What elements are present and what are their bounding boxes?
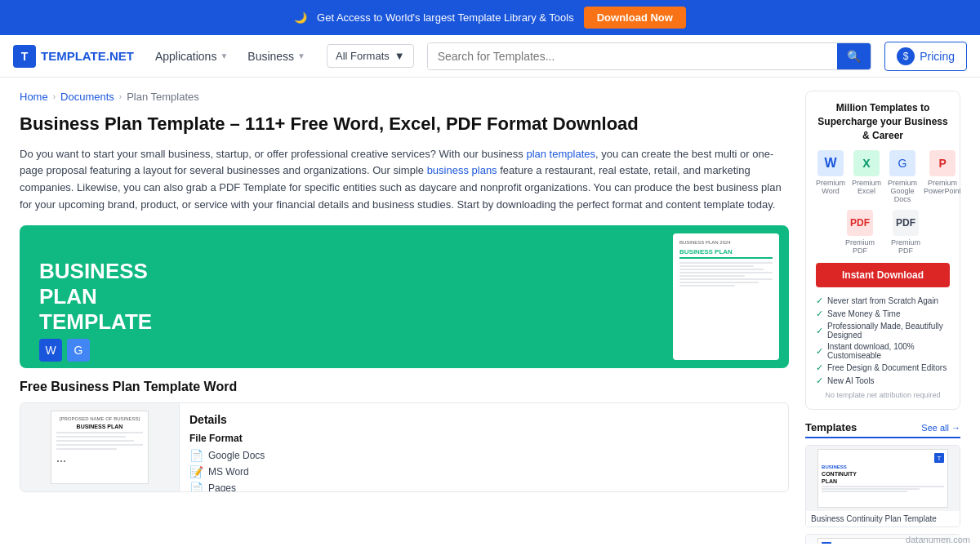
promo-box: Million Templates to Supercharge your Bu… bbox=[805, 91, 960, 410]
format-chevron-icon: ▼ bbox=[394, 50, 405, 62]
template-card-1[interactable]: T BUSINESS CONTINUITY PLAN Business Cont… bbox=[805, 445, 960, 527]
template-card-1-label: Business Continuity Plan Template bbox=[806, 511, 960, 527]
promo-checklist: ✓Never start from Scratch Again ✓Save Mo… bbox=[816, 295, 950, 386]
promo-note: No template.net attribution required bbox=[816, 391, 950, 399]
check-icon-3: ✓ bbox=[816, 326, 823, 336]
checklist-item-1: ✓Never start from Scratch Again bbox=[816, 295, 950, 306]
format-msword: 📝 MS Word bbox=[189, 465, 778, 478]
hero-format-icons: W G bbox=[39, 339, 90, 362]
tc1-t-icon: T bbox=[934, 453, 944, 463]
tc2-t-icon: T bbox=[822, 542, 831, 544]
logo[interactable]: T TEMPLATE.NET bbox=[13, 45, 134, 68]
banner-icon: 🌙 bbox=[294, 11, 307, 24]
templates-section-title: Templates bbox=[805, 421, 857, 433]
promo-icons-row2: PDF PremiumPDF PDF PremiumPDF bbox=[816, 210, 950, 255]
promo-excel: X PremiumExcel bbox=[852, 150, 881, 203]
left-content: Home › Documents › Plan Templates Busine… bbox=[20, 91, 789, 544]
promo-word: W PremiumWord bbox=[816, 150, 845, 203]
search-button[interactable]: 🔍 bbox=[837, 43, 871, 69]
hero-image: BUSINESSPLANTEMPLATE BUSINESS PLAN 2024 … bbox=[20, 225, 789, 368]
see-all-link[interactable]: See all → bbox=[921, 423, 960, 433]
msword-format-icon: 📝 bbox=[189, 465, 203, 478]
word-icon: W bbox=[39, 339, 62, 362]
check-icon-4: ✓ bbox=[816, 346, 823, 357]
format-pages: 📄 Pages bbox=[189, 482, 778, 492]
checklist-item-2: ✓Save Money & Time bbox=[816, 309, 950, 319]
business-chevron-icon: ▼ bbox=[297, 51, 305, 60]
checklist-item-6: ✓New AI Tools bbox=[816, 375, 950, 386]
banner-text: Get Access to World's largest Template L… bbox=[317, 11, 574, 24]
template-card-1-image: T BUSINESS CONTINUITY PLAN bbox=[806, 446, 960, 511]
pricing-icon: $ bbox=[897, 47, 915, 65]
details-title: Details bbox=[189, 413, 778, 426]
check-icon-5: ✓ bbox=[816, 362, 823, 373]
format-gdocs: 📄 Google Docs bbox=[189, 449, 778, 462]
excel-promo-icon: X bbox=[853, 150, 880, 176]
breadcrumb-sep-1: › bbox=[53, 92, 56, 101]
logo-text: TEMPLATE.NET bbox=[41, 49, 134, 63]
breadcrumb-home[interactable]: Home bbox=[20, 91, 48, 103]
template-image: [PROPOSED NAME OF BUSINESS] BUSINESS PLA… bbox=[20, 403, 180, 491]
ppt-promo-label: PremiumPowerPoint bbox=[924, 179, 960, 195]
search-input[interactable] bbox=[428, 43, 838, 69]
word-promo-icon: W bbox=[817, 150, 844, 176]
instant-download-button[interactable]: Instant Download bbox=[816, 263, 950, 287]
templates-header: Templates See all → bbox=[805, 421, 960, 438]
pdf2-promo-icon: PDF bbox=[893, 210, 919, 236]
promo-icons-grid: W PremiumWord X PremiumExcel G PremiumGo… bbox=[816, 150, 950, 203]
ppt-promo-icon: P bbox=[929, 150, 956, 176]
breadcrumb-sep-2: › bbox=[119, 92, 122, 101]
promo-ppt: P PremiumPowerPoint bbox=[924, 150, 960, 203]
applications-chevron-icon: ▼ bbox=[220, 51, 228, 60]
breadcrumb-documents[interactable]: Documents bbox=[60, 91, 114, 103]
gdocs-promo-label: PremiumGoogle Docs bbox=[888, 179, 917, 203]
checklist-item-4: ✓Instant download, 100% Customiseable bbox=[816, 342, 950, 360]
hero-document-preview: BUSINESS PLAN 2024 BUSINESS PLAN bbox=[673, 233, 779, 360]
search-bar: 🔍 bbox=[427, 42, 872, 70]
promo-pdf: PDF PremiumPDF bbox=[845, 210, 875, 255]
promo-gdocs: G PremiumGoogle Docs bbox=[888, 150, 917, 203]
pdf-promo-icon: PDF bbox=[847, 210, 873, 236]
checklist-item-3: ✓Professionally Made, Beautifully Design… bbox=[816, 322, 950, 340]
gdocs-promo-icon: G bbox=[889, 150, 915, 176]
main-content: Home › Documents › Plan Templates Busine… bbox=[0, 78, 980, 551]
check-icon-6: ✓ bbox=[816, 375, 823, 386]
pdf-promo-label: PremiumPDF bbox=[845, 238, 875, 255]
pages-format-icon: 📄 bbox=[189, 482, 203, 492]
business-nav[interactable]: Business ▼ bbox=[239, 45, 314, 68]
check-icon-2: ✓ bbox=[816, 309, 823, 319]
check-icon-1: ✓ bbox=[816, 295, 823, 306]
checklist-item-5: ✓Free Design & Document Editors bbox=[816, 362, 950, 373]
template-details-panel: Details File Format 📄 Google Docs 📝 MS W… bbox=[180, 403, 788, 491]
business-plans-link[interactable]: business plans bbox=[427, 164, 497, 176]
promo-pdf2: PDF PremiumPDF bbox=[891, 210, 920, 255]
logo-icon: T bbox=[13, 45, 36, 68]
gdocs-icon: G bbox=[67, 339, 90, 362]
hero-title-text: BUSINESSPLANTEMPLATE bbox=[20, 259, 673, 335]
section-title: Free Business Plan Template Word bbox=[20, 380, 789, 394]
page-description: Do you want to start your small business… bbox=[20, 146, 789, 214]
download-now-button[interactable]: Download Now bbox=[584, 7, 686, 29]
navbar: T TEMPLATE.NET Applications ▼ Business ▼… bbox=[0, 35, 980, 78]
tc1-inner: T BUSINESS CONTINUITY PLAN bbox=[817, 449, 948, 508]
nav-links: Applications ▼ Business ▼ bbox=[147, 45, 314, 68]
word-promo-label: PremiumWord bbox=[816, 179, 845, 195]
breadcrumb: Home › Documents › Plan Templates bbox=[20, 91, 789, 103]
template-doc-preview: [PROPOSED NAME OF BUSINESS] BUSINESS PLA… bbox=[51, 411, 149, 484]
format-select[interactable]: All Formats ▼ bbox=[327, 44, 414, 68]
page-title: Business Plan Template – 111+ Free Word,… bbox=[20, 113, 789, 136]
excel-promo-label: PremiumExcel bbox=[852, 179, 881, 195]
promo-title: Million Templates to Supercharge your Bu… bbox=[816, 101, 950, 142]
file-format-label: File Format bbox=[189, 433, 778, 444]
template-preview: [PROPOSED NAME OF BUSINESS] BUSINESS PLA… bbox=[20, 402, 789, 492]
pdf2-promo-label: PremiumPDF bbox=[891, 238, 920, 255]
right-sidebar: Million Templates to Supercharge your Bu… bbox=[805, 91, 960, 544]
gdocs-format-icon: 📄 bbox=[189, 449, 203, 462]
format-list: 📄 Google Docs 📝 MS Word 📄 Pages bbox=[189, 449, 778, 492]
top-banner: 🌙 Get Access to World's largest Template… bbox=[0, 0, 980, 35]
pricing-button[interactable]: $ Pricing bbox=[884, 42, 967, 71]
breadcrumb-current: Plan Templates bbox=[127, 91, 199, 103]
applications-nav[interactable]: Applications ▼ bbox=[147, 45, 236, 68]
watermark: datanumen.com bbox=[906, 535, 970, 544]
plan-templates-link[interactable]: plan templates bbox=[526, 148, 595, 160]
